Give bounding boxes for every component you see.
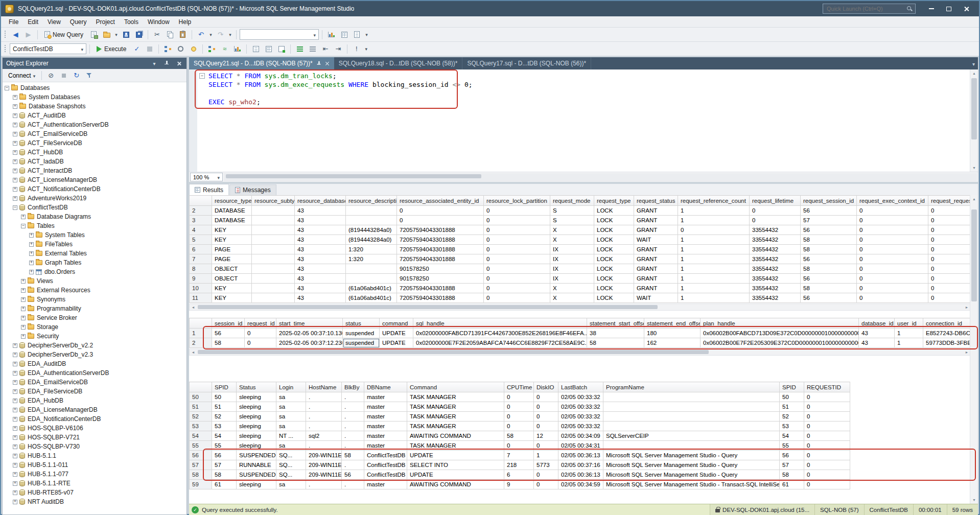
cell[interactable]: 1 xyxy=(678,245,750,254)
cell[interactable]: GRANT xyxy=(634,274,678,284)
column-header[interactable]: resource_description xyxy=(346,196,397,206)
tree-node[interactable]: Programmability xyxy=(3,304,186,313)
cell[interactable]: ConflictTestDB xyxy=(364,451,407,460)
cell[interactable]: S xyxy=(550,206,594,216)
cell[interactable]: 0 xyxy=(804,412,850,422)
row-header[interactable]: 52 xyxy=(190,412,212,422)
cell[interactable]: OBJECT xyxy=(212,274,252,284)
cell[interactable]: (8194443284a0) xyxy=(346,225,397,235)
results-to-text-icon[interactable] xyxy=(250,43,262,55)
cell[interactable]: IX xyxy=(550,245,594,254)
tree-node[interactable]: HOS-SQLBP-V730 xyxy=(3,442,186,451)
quick-launch-search[interactable] xyxy=(823,4,916,14)
cell[interactable]: 0 xyxy=(928,274,971,284)
cell[interactable]: suspended xyxy=(343,338,380,348)
cell[interactable]: X xyxy=(550,293,594,303)
expand-icon[interactable] xyxy=(13,490,17,495)
expand-icon[interactable] xyxy=(13,435,17,440)
cell[interactable]: 72057594043301888 xyxy=(397,245,484,254)
row-header[interactable]: 8 xyxy=(190,264,212,274)
cell[interactable]: KEY xyxy=(212,293,252,303)
cell[interactable]: OBJECT xyxy=(212,264,252,274)
column-header[interactable]: request_type xyxy=(594,196,634,206)
cell[interactable]: . xyxy=(342,392,364,402)
cell[interactable]: sleeping xyxy=(237,412,276,422)
cell[interactable]: 57 xyxy=(780,460,804,470)
cell[interactable]: GRANT xyxy=(634,254,678,264)
row-header[interactable]: 57 xyxy=(190,460,212,470)
stop-icon[interactable] xyxy=(58,69,69,81)
grid-corner-cell[interactable] xyxy=(190,318,212,329)
scroll-left-icon[interactable] xyxy=(190,349,197,355)
parse-icon[interactable]: ✓ xyxy=(131,43,143,55)
menu-window[interactable]: Window xyxy=(143,17,174,27)
navigate-forward-icon[interactable]: ▶ xyxy=(22,29,34,40)
row-header[interactable]: 59 xyxy=(190,480,212,489)
cell[interactable]: 02/05 00:36:13 xyxy=(558,451,603,460)
cell[interactable]: KEY xyxy=(212,284,252,293)
column-header[interactable]: connection_id xyxy=(923,318,971,329)
cell[interactable]: ConflictTestDB xyxy=(364,470,407,480)
tree-node[interactable]: Service Broker xyxy=(3,313,186,322)
column-header[interactable]: Login xyxy=(276,382,306,392)
expand-icon[interactable] xyxy=(29,261,34,265)
editor-vertical-scrollbar[interactable] xyxy=(970,69,978,172)
refresh-icon[interactable]: ↻ xyxy=(71,69,82,81)
cell[interactable]: KEY xyxy=(212,235,252,245)
tree-node[interactable]: External Resources xyxy=(3,286,186,295)
menu-edit[interactable]: Edit xyxy=(23,17,43,27)
cell[interactable]: Microsoft SQL Server Management Studio -… xyxy=(603,470,780,480)
cell[interactable]: 901578250 xyxy=(397,274,484,284)
row-header[interactable]: 4 xyxy=(190,225,212,235)
cell[interactable]: 0 xyxy=(928,254,971,264)
cell[interactable]: 72057594043301888 xyxy=(397,235,484,245)
menu-file[interactable]: File xyxy=(4,17,23,27)
cell[interactable]: 0 xyxy=(804,402,850,412)
cell[interactable]: 0 xyxy=(857,235,928,245)
cell[interactable]: 51 xyxy=(212,402,237,412)
cell[interactable]: GRANT xyxy=(634,206,678,216)
cell[interactable]: 43 xyxy=(859,329,895,338)
cell[interactable]: 0 xyxy=(534,441,558,451)
tree-node[interactable]: NRT AuditDB xyxy=(3,497,186,506)
cell[interactable]: 56 xyxy=(801,293,857,303)
tree-node[interactable]: ACT_FileServiceDB xyxy=(3,138,186,148)
cell[interactable]: 0x02000000FABCD71391FC44267300E852E26819… xyxy=(413,329,587,338)
document-tab[interactable]: SQLQuery17.sql - D...tDB (SQL-NOB (56))* xyxy=(462,57,591,69)
cell[interactable]: 0 xyxy=(484,254,550,264)
results-to-file-icon[interactable] xyxy=(275,43,287,55)
cell[interactable] xyxy=(252,225,295,235)
cell[interactable]: UPDATE xyxy=(407,451,504,460)
cell[interactable]: 0 xyxy=(928,206,971,216)
cell[interactable]: 33554432 xyxy=(750,264,801,274)
scroll-down-icon[interactable] xyxy=(970,496,978,504)
toolbar-drag-handle[interactable] xyxy=(4,44,7,53)
expand-icon[interactable] xyxy=(13,169,17,173)
cell[interactable]: . xyxy=(342,441,364,451)
cell[interactable]: 0 xyxy=(534,422,558,431)
cell[interactable]: 02/05 00:36:13 xyxy=(558,470,603,480)
cell[interactable]: . xyxy=(306,441,342,451)
tree-node[interactable]: FileTables xyxy=(3,240,186,249)
expand-icon[interactable] xyxy=(13,399,17,403)
grid1-horizontal-scrollbar[interactable] xyxy=(189,303,971,311)
cell[interactable]: UPDATE xyxy=(407,470,504,480)
grid-corner-cell[interactable] xyxy=(190,196,212,206)
cell[interactable]: 0 xyxy=(928,264,971,274)
row-header[interactable]: 51 xyxy=(190,402,212,412)
expand-icon[interactable] xyxy=(13,123,17,127)
row-header[interactable]: 10 xyxy=(190,284,212,293)
cell[interactable]: 43 xyxy=(295,245,346,254)
expand-icon[interactable] xyxy=(13,132,17,136)
expand-icon[interactable] xyxy=(13,343,17,348)
menu-project[interactable]: Project xyxy=(91,17,120,27)
cell[interactable]: LOCK xyxy=(594,235,634,245)
cell[interactable]: 1 xyxy=(678,206,750,216)
cell[interactable]: 209-WIN11EN xyxy=(306,451,342,460)
toolbar-drag-handle[interactable] xyxy=(4,30,7,39)
cell[interactable]: 43 xyxy=(295,235,346,245)
cell[interactable] xyxy=(603,392,780,402)
open-file-dropdown[interactable] xyxy=(113,29,119,40)
expand-icon[interactable] xyxy=(13,362,17,366)
column-header[interactable]: SPID xyxy=(212,382,237,392)
